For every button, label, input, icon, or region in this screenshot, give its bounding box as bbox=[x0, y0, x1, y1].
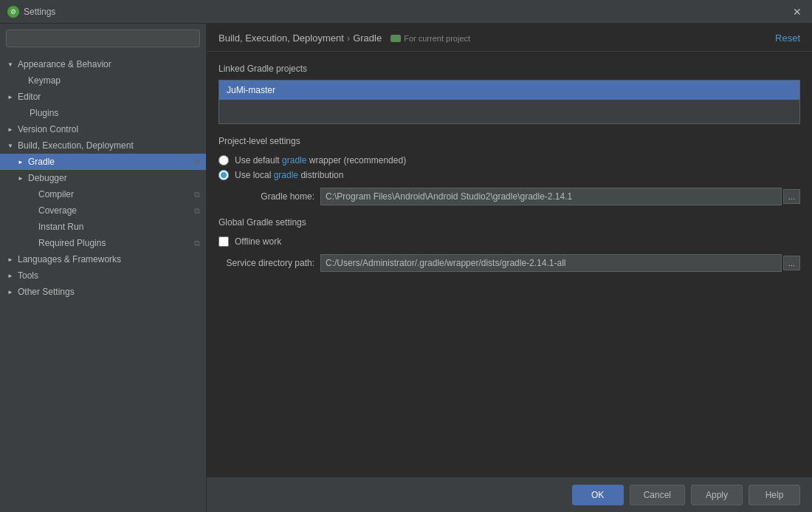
service-dir-label: Service directory path: bbox=[219, 258, 314, 268]
reset-button[interactable]: Reset bbox=[775, 33, 800, 44]
cancel-button[interactable]: Cancel bbox=[630, 485, 685, 505]
sidebar-item-debugger[interactable]: ► Debugger bbox=[0, 170, 206, 186]
arrow-icon: ► bbox=[6, 255, 15, 264]
apply-button[interactable]: Apply bbox=[691, 485, 743, 505]
sidebar-item-label: Compiler bbox=[38, 189, 74, 199]
offline-work-label: Offline work bbox=[235, 236, 281, 247]
arrow-icon: ► bbox=[6, 271, 15, 280]
offline-work-checkbox[interactable] bbox=[219, 236, 229, 247]
sidebar-item-label: Other Settings bbox=[18, 287, 75, 297]
highlight-gradle1: gradle bbox=[282, 155, 306, 165]
sidebar-item-label: Keymap bbox=[28, 75, 61, 86]
sidebar-item-required-plugins[interactable]: Required Plugins ⧉ bbox=[0, 235, 206, 251]
sidebar-item-label: Coverage bbox=[38, 205, 77, 216]
sidebar-item-editor[interactable]: ► Editor bbox=[0, 89, 206, 105]
sidebar-item-label: Debugger bbox=[28, 173, 67, 183]
footer: OK Cancel Apply Help bbox=[207, 477, 812, 512]
breadcrumb-part2: Gradle bbox=[353, 33, 382, 44]
arrow-icon bbox=[6, 109, 15, 117]
sidebar-item-label: Version Control bbox=[18, 124, 78, 134]
content-body: Linked Gradle projects JuMi-master Proje… bbox=[207, 52, 812, 477]
radio-row-1: Use default gradle wrapper (recommended) bbox=[219, 155, 800, 165]
arrow-icon: ► bbox=[16, 174, 25, 182]
copy-icon: ⧉ bbox=[194, 190, 200, 199]
radio-default-wrapper[interactable] bbox=[219, 155, 229, 165]
arrow-icon: ▼ bbox=[6, 141, 15, 150]
project-level-label: Project-level settings bbox=[219, 136, 800, 146]
linked-projects-list: JuMi-master bbox=[219, 80, 800, 124]
arrow-icon bbox=[16, 76, 25, 85]
sidebar-item-coverage[interactable]: Coverage ⧉ bbox=[0, 202, 206, 219]
search-input[interactable] bbox=[6, 30, 200, 47]
breadcrumb-scope-label: For current project bbox=[404, 34, 470, 43]
app-icon: ⚙ bbox=[7, 6, 19, 18]
sidebar-item-label: Build, Execution, Deployment bbox=[18, 140, 134, 151]
sidebar-item-label: Appearance & Behavior bbox=[18, 59, 111, 69]
titlebar: ⚙ Settings ✕ bbox=[0, 0, 812, 24]
radio-local-gradle[interactable] bbox=[219, 170, 229, 180]
sidebar-item-label: Languages & Frameworks bbox=[18, 254, 121, 264]
content-header: Build, Execution, Deployment › Gradle Fo… bbox=[207, 24, 812, 52]
sidebar-item-gradle[interactable]: ► Gradle ⧉ bbox=[0, 154, 206, 170]
breadcrumb-separator: › bbox=[347, 33, 350, 44]
sidebar-item-instant-run[interactable]: Instant Run bbox=[0, 219, 206, 235]
arrow-icon: ► bbox=[6, 287, 15, 296]
gradle-home-input[interactable] bbox=[320, 188, 782, 205]
sidebar-item-label: Instant Run bbox=[38, 222, 83, 232]
help-button[interactable]: Help bbox=[749, 485, 800, 505]
arrow-icon: ► bbox=[6, 125, 15, 134]
ok-button[interactable]: OK bbox=[572, 485, 624, 505]
project-item[interactable]: JuMi-master bbox=[219, 81, 799, 100]
arrow-icon: ► bbox=[6, 92, 15, 101]
sidebar-item-label: Tools bbox=[18, 270, 38, 281]
sidebar-item-build[interactable]: ▼ Build, Execution, Deployment bbox=[0, 137, 206, 154]
scope-icon bbox=[390, 35, 401, 42]
service-dir-wrap: ... bbox=[320, 254, 800, 272]
sidebar-item-label: Gradle bbox=[28, 157, 55, 167]
service-dir-input[interactable] bbox=[320, 254, 782, 272]
sidebar-item-languages[interactable]: ► Languages & Frameworks bbox=[0, 251, 206, 267]
global-section-label: Global Gradle settings bbox=[219, 217, 800, 228]
copy-icon: ⧉ bbox=[194, 157, 200, 167]
sidebar-item-appearance[interactable]: ▼ Appearance & Behavior bbox=[0, 56, 206, 72]
service-dir-browse-btn[interactable]: ... bbox=[783, 256, 800, 270]
arrow-icon: ▼ bbox=[6, 60, 15, 69]
service-dir-row: Service directory path: ... bbox=[219, 254, 800, 272]
sidebar-item-label: Editor bbox=[18, 92, 41, 102]
arrow-icon bbox=[27, 190, 35, 199]
radio-default-label: Use default gradle wrapper (recommended) bbox=[235, 155, 406, 165]
main-container: ▼ Appearance & Behavior Keymap ► Editor … bbox=[0, 24, 812, 512]
breadcrumb-scope: For current project bbox=[390, 34, 470, 43]
sidebar-item-label: Plugins bbox=[30, 108, 58, 118]
arrow-icon bbox=[27, 206, 35, 215]
sidebar-item-compiler[interactable]: Compiler ⧉ bbox=[0, 186, 206, 202]
content-area: Build, Execution, Deployment › Gradle Fo… bbox=[207, 24, 812, 512]
sidebar-item-keymap[interactable]: Keymap bbox=[0, 72, 206, 89]
gradle-home-label: Gradle home: bbox=[219, 191, 314, 202]
copy-icon: ⧉ bbox=[194, 206, 200, 216]
copy-icon: ⧉ bbox=[194, 239, 200, 248]
sidebar-item-version-control[interactable]: ► Version Control bbox=[0, 121, 206, 137]
radio-row-2: Use local gradle distribution bbox=[219, 170, 800, 180]
sidebar-item-tools[interactable]: ► Tools bbox=[0, 267, 206, 284]
gradle-home-row: Gradle home: ... bbox=[219, 188, 800, 205]
sidebar: ▼ Appearance & Behavior Keymap ► Editor … bbox=[0, 24, 207, 512]
sidebar-item-plugins[interactable]: Plugins bbox=[0, 105, 206, 121]
linked-section-label: Linked Gradle projects bbox=[219, 64, 800, 74]
sidebar-item-label: Required Plugins bbox=[38, 238, 106, 248]
sidebar-item-other-settings[interactable]: ► Other Settings bbox=[0, 284, 206, 300]
breadcrumb: Build, Execution, Deployment › Gradle Fo… bbox=[219, 33, 470, 44]
breadcrumb-part1: Build, Execution, Deployment bbox=[219, 33, 344, 44]
close-button[interactable]: ✕ bbox=[790, 4, 805, 19]
gradle-home-wrap: ... bbox=[320, 188, 800, 205]
radio-local-label: Use local gradle distribution bbox=[235, 170, 343, 180]
radio-group-gradle: Use default gradle wrapper (recommended)… bbox=[219, 155, 800, 180]
nav-tree: ▼ Appearance & Behavior Keymap ► Editor … bbox=[0, 53, 206, 512]
arrow-icon bbox=[27, 222, 35, 231]
gradle-home-browse-btn[interactable]: ... bbox=[783, 189, 800, 204]
highlight-gradle2: gradle bbox=[274, 170, 298, 180]
arrow-icon: ► bbox=[16, 157, 25, 166]
window-title: Settings bbox=[24, 7, 790, 17]
arrow-icon bbox=[27, 239, 35, 248]
offline-work-row: Offline work bbox=[219, 236, 800, 247]
